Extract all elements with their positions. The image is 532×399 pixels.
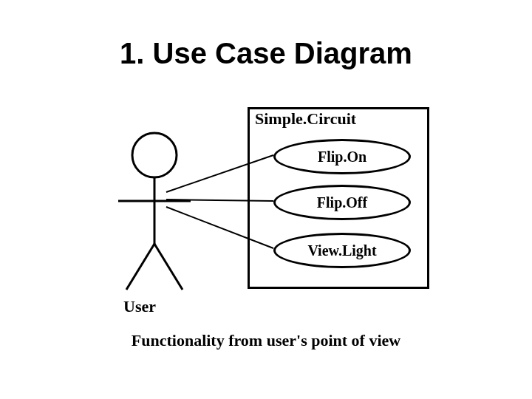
actor-label: User <box>123 297 156 316</box>
actor-head-icon <box>132 133 177 177</box>
diagram-caption: Functionality from user's point of view <box>0 331 532 350</box>
usecase-ellipse: Flip.On <box>273 139 411 174</box>
actor-leg-right-icon <box>154 244 183 290</box>
system-name-label: Simple.Circuit <box>255 109 356 129</box>
actor-leg-left-icon <box>126 244 154 290</box>
diagram-title: 1. Use Case Diagram <box>0 37 532 70</box>
usecase-ellipse: Flip.Off <box>273 185 411 220</box>
usecase-label: Flip.On <box>318 149 366 166</box>
diagram-canvas: 1. Use Case Diagram Simple.Circuit Flip.… <box>0 0 532 399</box>
usecase-label: View.Light <box>307 242 376 259</box>
usecase-ellipse: View.Light <box>273 233 411 268</box>
usecase-label: Flip.Off <box>317 194 367 211</box>
